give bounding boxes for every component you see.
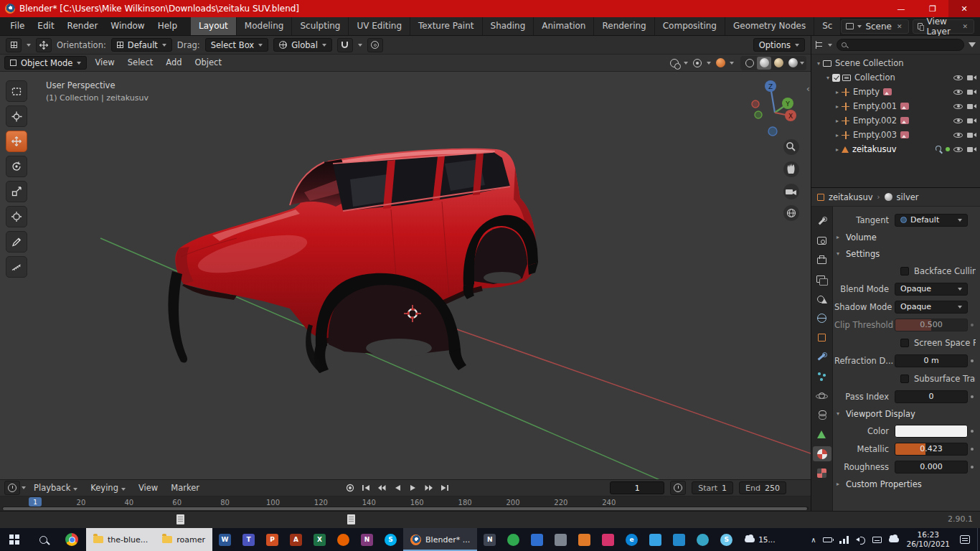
workspace-tab-uv-editing[interactable]: UV Editing [349, 17, 410, 35]
playhead[interactable]: 1 [29, 497, 42, 507]
disclosure-arrow[interactable]: ▸ [833, 146, 842, 153]
outliner-row[interactable]: ▾Collection [811, 70, 980, 85]
action-center-icon[interactable] [960, 535, 970, 544]
view-layer-selector[interactable]: View Layer ✕ [913, 19, 974, 34]
edge-icon[interactable]: e [626, 534, 638, 546]
powerpoint-icon[interactable]: P [266, 534, 278, 546]
play-button[interactable] [406, 482, 420, 494]
prev-keyframe-button[interactable] [374, 482, 388, 494]
visibility-eye-icon[interactable] [953, 73, 963, 83]
sidebar-collapse-icon[interactable]: ‹ [806, 83, 810, 94]
filter-icon[interactable] [969, 42, 976, 47]
mail-icon[interactable] [649, 534, 661, 546]
drag-dropdown[interactable]: Select Box [205, 38, 269, 52]
volume-section-header[interactable]: ▸Volume [834, 229, 976, 245]
shading-chevron-icon[interactable] [800, 62, 804, 65]
shading-solid-icon[interactable] [757, 57, 771, 70]
tool-select-box[interactable] [6, 80, 27, 102]
tab-object-data[interactable] [813, 427, 831, 442]
tab-constraints[interactable] [813, 408, 831, 423]
collection-checkbox[interactable] [832, 74, 840, 82]
tab-texture[interactable] [813, 466, 831, 481]
workspace-tab-sc[interactable]: Sc [814, 17, 841, 35]
move-tool-icon[interactable] [36, 38, 52, 52]
disclosure-arrow[interactable]: ▸ [833, 89, 842, 95]
render-camera-icon[interactable] [966, 73, 976, 83]
workspace-tab-rendering[interactable]: Rendering [594, 17, 654, 35]
viewport-nav-buttons[interactable] [783, 139, 799, 221]
skype2-icon[interactable]: S [720, 534, 732, 546]
vscode-icon[interactable] [673, 534, 685, 546]
mode-dropdown[interactable]: Object Mode [4, 56, 87, 70]
tool-annotate[interactable] [6, 231, 27, 253]
viewport-menu-select[interactable]: Select [121, 54, 159, 72]
options-dropdown[interactable]: Options [753, 38, 805, 52]
shading-wireframe-icon[interactable] [743, 57, 757, 70]
excel-icon[interactable]: X [314, 534, 326, 546]
shading-material-icon[interactable] [771, 57, 786, 70]
folder-window-button-2[interactable]: roamer [155, 528, 212, 551]
minimize-button[interactable]: — [885, 0, 917, 17]
timeline-editor-icon[interactable] [4, 481, 20, 495]
zoom-icon[interactable] [783, 139, 799, 155]
subsurface-translucency-checkbox[interactable] [900, 375, 909, 383]
render-camera-icon[interactable] [966, 145, 976, 154]
blend-mode-dropdown[interactable]: Opaque [895, 283, 968, 296]
folder-window-button-1[interactable]: the-blue... [86, 528, 155, 551]
tool-measure[interactable] [6, 256, 27, 278]
orientation-dropdown[interactable]: Default [111, 38, 172, 52]
taskbar-search-button[interactable] [29, 528, 57, 551]
disclosure-arrow[interactable]: ▸ [833, 118, 842, 124]
blender-taskbar-button[interactable]: Blender* ... [403, 528, 477, 551]
workspace-tab-shading[interactable]: Shading [483, 17, 534, 35]
ortho-toggle-icon[interactable] [783, 205, 799, 221]
tab-output[interactable] [813, 253, 831, 268]
render-camera-icon[interactable] [966, 131, 976, 140]
tool-transform[interactable] [6, 206, 27, 227]
word-icon[interactable]: W [219, 534, 231, 546]
disclosure-arrow[interactable]: ▾ [814, 60, 823, 67]
viewport-scene[interactable]: Z Y X [0, 72, 811, 479]
timeline-scrollbar[interactable] [2, 507, 809, 510]
battery-icon[interactable] [823, 537, 832, 542]
timeline-menu-marker[interactable]: Marker [164, 479, 206, 497]
tool-scale[interactable] [6, 181, 27, 202]
workspace-tab-layout[interactable]: Layout [191, 17, 237, 35]
menu-window[interactable]: Window [104, 17, 151, 35]
visibility-eye-icon[interactable] [953, 116, 963, 126]
scene-unlink-icon[interactable]: ✕ [895, 23, 904, 30]
frame-start-field[interactable]: Start1 [692, 481, 733, 494]
skype-icon[interactable]: S [385, 534, 397, 546]
visibility-eye-icon[interactable] [953, 145, 963, 154]
animate-dot-icon[interactable] [968, 466, 976, 468]
outliner-row[interactable]: ▸Empty.003 [811, 128, 980, 142]
chevron-down-icon[interactable] [828, 44, 832, 47]
play-reverse-button[interactable] [390, 482, 404, 494]
jump-to-start-button[interactable] [359, 482, 372, 494]
blue-app-icon[interactable] [531, 534, 543, 546]
tab-scene[interactable] [813, 291, 831, 306]
use-preview-range-icon[interactable] [670, 481, 686, 495]
shadow-mode-dropdown[interactable]: Opaque [895, 301, 968, 314]
outliner-row[interactable]: ▸zeitakusuv [811, 142, 980, 156]
roughness-field[interactable]: 0.000 [895, 461, 968, 474]
outliner-editor-icon[interactable] [816, 41, 824, 49]
frame-end-field[interactable]: End250 [739, 481, 786, 494]
pass-index-field[interactable]: 0 [895, 390, 968, 403]
tab-world[interactable] [813, 311, 831, 326]
tab-object[interactable] [813, 330, 831, 345]
view-layer-unlink-icon[interactable]: ✕ [961, 23, 969, 30]
clip-threshold-slider[interactable]: 0.500 [895, 319, 968, 331]
viewport-display-section-header[interactable]: ▾Viewport Display [834, 405, 976, 422]
tab-physics[interactable] [813, 388, 831, 403]
shading-rendered-icon[interactable] [786, 57, 800, 70]
onenote-icon[interactable]: N [361, 534, 373, 546]
record-button[interactable] [343, 482, 357, 494]
visibility-eye-icon[interactable] [953, 88, 963, 97]
network-icon[interactable] [839, 536, 849, 544]
teams-icon[interactable]: T [242, 534, 255, 546]
breadcrumb-material[interactable]: silver [897, 192, 919, 202]
preview-chevron-icon[interactable] [730, 62, 734, 65]
active-tool-icon[interactable] [6, 38, 22, 52]
pan-hand-icon[interactable] [783, 161, 799, 177]
